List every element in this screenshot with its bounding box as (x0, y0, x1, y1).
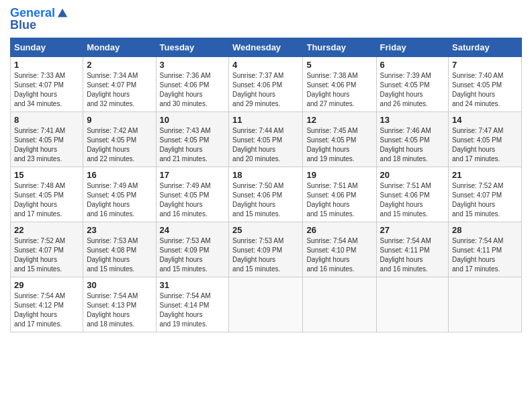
calendar-cell: 25 Sunrise: 7:53 AMSunset: 4:09 PMDaylig… (229, 222, 303, 277)
day-info: Sunrise: 7:42 AMSunset: 4:05 PMDaylight … (87, 127, 138, 163)
calendar-cell: 19 Sunrise: 7:51 AMSunset: 4:06 PMDaylig… (303, 167, 376, 222)
day-info: Sunrise: 7:48 AMSunset: 4:05 PMDaylight … (14, 182, 65, 218)
day-info: Sunrise: 7:52 AMSunset: 4:07 PMDaylight … (452, 182, 503, 218)
day-number: 18 (232, 170, 299, 180)
header-friday: Friday (376, 38, 448, 56)
calendar-cell: 21 Sunrise: 7:52 AMSunset: 4:07 PMDaylig… (449, 167, 522, 222)
day-number: 4 (232, 60, 299, 70)
day-info: Sunrise: 7:50 AMSunset: 4:06 PMDaylight … (232, 182, 283, 218)
day-info: Sunrise: 7:53 AMSunset: 4:08 PMDaylight … (87, 237, 138, 273)
day-info: Sunrise: 7:46 AMSunset: 4:05 PMDaylight … (380, 127, 431, 163)
day-number: 5 (306, 60, 372, 70)
day-number: 6 (380, 60, 445, 70)
logo-icon (56, 7, 69, 19)
day-info: Sunrise: 7:43 AMSunset: 4:05 PMDaylight … (160, 127, 211, 163)
day-info: Sunrise: 7:36 AMSunset: 4:06 PMDaylight … (160, 72, 211, 107)
day-number: 15 (14, 170, 79, 180)
header-saturday: Saturday (449, 38, 522, 56)
calendar-cell: 1 Sunrise: 7:33 AMSunset: 4:07 PMDayligh… (11, 56, 83, 111)
calendar-cell: 27 Sunrise: 7:54 AMSunset: 4:11 PMDaylig… (376, 222, 448, 277)
calendar-cell: 23 Sunrise: 7:53 AMSunset: 4:08 PMDaylig… (83, 222, 156, 277)
calendar-cell: 20 Sunrise: 7:51 AMSunset: 4:06 PMDaylig… (376, 167, 448, 222)
day-info: Sunrise: 7:51 AMSunset: 4:06 PMDaylight … (306, 182, 357, 218)
day-number: 17 (160, 170, 226, 180)
day-number: 22 (14, 225, 79, 235)
day-info: Sunrise: 7:54 AMSunset: 4:11 PMDaylight … (452, 237, 503, 273)
day-number: 23 (87, 225, 152, 235)
day-info: Sunrise: 7:53 AMSunset: 4:09 PMDaylight … (232, 237, 283, 273)
calendar-cell: 7 Sunrise: 7:40 AMSunset: 4:05 PMDayligh… (449, 56, 522, 111)
calendar-cell: 22 Sunrise: 7:52 AMSunset: 4:07 PMDaylig… (11, 222, 83, 277)
day-info: Sunrise: 7:39 AMSunset: 4:05 PMDaylight … (380, 72, 431, 107)
day-info: Sunrise: 7:49 AMSunset: 4:05 PMDaylight … (160, 182, 211, 218)
calendar-cell (303, 277, 376, 332)
calendar-cell: 16 Sunrise: 7:49 AMSunset: 4:05 PMDaylig… (83, 167, 156, 222)
logo: General Blue (10, 7, 69, 32)
day-info: Sunrise: 7:54 AMSunset: 4:14 PMDaylight … (160, 292, 211, 328)
header-tuesday: Tuesday (156, 38, 229, 56)
day-number: 29 (14, 280, 79, 290)
day-number: 2 (87, 60, 152, 70)
day-number: 20 (380, 170, 445, 180)
header: General Blue (10, 7, 522, 32)
calendar-cell: 24 Sunrise: 7:53 AMSunset: 4:09 PMDaylig… (156, 222, 229, 277)
day-info: Sunrise: 7:41 AMSunset: 4:05 PMDaylight … (14, 127, 65, 163)
calendar-cell: 26 Sunrise: 7:54 AMSunset: 4:10 PMDaylig… (303, 222, 376, 277)
day-number: 25 (232, 225, 299, 235)
header-thursday: Thursday (303, 38, 376, 56)
calendar-cell: 6 Sunrise: 7:39 AMSunset: 4:05 PMDayligh… (376, 56, 448, 111)
day-info: Sunrise: 7:37 AMSunset: 4:06 PMDaylight … (232, 72, 283, 107)
calendar-cell: 15 Sunrise: 7:48 AMSunset: 4:05 PMDaylig… (11, 167, 83, 222)
day-info: Sunrise: 7:52 AMSunset: 4:07 PMDaylight … (14, 237, 65, 273)
calendar-cell: 4 Sunrise: 7:37 AMSunset: 4:06 PMDayligh… (229, 56, 303, 111)
day-info: Sunrise: 7:47 AMSunset: 4:05 PMDaylight … (452, 127, 503, 163)
calendar-cell: 9 Sunrise: 7:42 AMSunset: 4:05 PMDayligh… (83, 111, 156, 167)
calendar-cell (449, 277, 522, 332)
svg-marker-0 (58, 9, 67, 17)
calendar-cell: 8 Sunrise: 7:41 AMSunset: 4:05 PMDayligh… (11, 111, 83, 167)
day-info: Sunrise: 7:54 AMSunset: 4:13 PMDaylight … (87, 292, 138, 328)
day-number: 3 (160, 60, 226, 70)
calendar-cell: 12 Sunrise: 7:45 AMSunset: 4:05 PMDaylig… (303, 111, 376, 167)
day-number: 9 (87, 115, 152, 125)
calendar-cell: 11 Sunrise: 7:44 AMSunset: 4:05 PMDaylig… (229, 111, 303, 167)
day-info: Sunrise: 7:53 AMSunset: 4:09 PMDaylight … (160, 237, 211, 273)
calendar-cell: 14 Sunrise: 7:47 AMSunset: 4:05 PMDaylig… (449, 111, 522, 167)
day-number: 13 (380, 115, 445, 125)
day-number: 8 (14, 115, 79, 125)
day-number: 31 (160, 280, 226, 290)
calendar-cell (229, 277, 303, 332)
day-number: 7 (452, 60, 518, 70)
logo-subtext: Blue (10, 19, 36, 32)
calendar-cell: 29 Sunrise: 7:54 AMSunset: 4:12 PMDaylig… (11, 277, 83, 332)
header-sunday: Sunday (11, 38, 83, 56)
calendar-week-row: 22 Sunrise: 7:52 AMSunset: 4:07 PMDaylig… (11, 222, 522, 277)
day-number: 11 (232, 115, 299, 125)
day-info: Sunrise: 7:45 AMSunset: 4:05 PMDaylight … (306, 127, 357, 163)
calendar-cell (376, 277, 448, 332)
day-number: 1 (14, 60, 79, 70)
calendar-table: Sunday Monday Tuesday Wednesday Thursday… (10, 38, 522, 332)
day-info: Sunrise: 7:40 AMSunset: 4:05 PMDaylight … (452, 72, 503, 107)
day-number: 16 (87, 170, 152, 180)
calendar-cell: 31 Sunrise: 7:54 AMSunset: 4:14 PMDaylig… (156, 277, 229, 332)
day-info: Sunrise: 7:33 AMSunset: 4:07 PMDaylight … (14, 72, 65, 107)
day-number: 21 (452, 170, 518, 180)
day-info: Sunrise: 7:49 AMSunset: 4:05 PMDaylight … (87, 182, 138, 218)
calendar-cell: 18 Sunrise: 7:50 AMSunset: 4:06 PMDaylig… (229, 167, 303, 222)
day-info: Sunrise: 7:54 AMSunset: 4:12 PMDaylight … (14, 292, 65, 328)
calendar-cell: 13 Sunrise: 7:46 AMSunset: 4:05 PMDaylig… (376, 111, 448, 167)
day-number: 19 (306, 170, 372, 180)
calendar-cell: 2 Sunrise: 7:34 AMSunset: 4:07 PMDayligh… (83, 56, 156, 111)
day-number: 14 (452, 115, 518, 125)
calendar-week-row: 1 Sunrise: 7:33 AMSunset: 4:07 PMDayligh… (11, 56, 522, 111)
header-wednesday: Wednesday (229, 38, 303, 56)
calendar-cell: 3 Sunrise: 7:36 AMSunset: 4:06 PMDayligh… (156, 56, 229, 111)
day-number: 27 (380, 225, 445, 235)
calendar-cell: 17 Sunrise: 7:49 AMSunset: 4:05 PMDaylig… (156, 167, 229, 222)
day-info: Sunrise: 7:38 AMSunset: 4:06 PMDaylight … (306, 72, 357, 107)
calendar-cell: 30 Sunrise: 7:54 AMSunset: 4:13 PMDaylig… (83, 277, 156, 332)
calendar-week-row: 29 Sunrise: 7:54 AMSunset: 4:12 PMDaylig… (11, 277, 522, 332)
calendar-week-row: 15 Sunrise: 7:48 AMSunset: 4:05 PMDaylig… (11, 167, 522, 222)
calendar-cell: 28 Sunrise: 7:54 AMSunset: 4:11 PMDaylig… (449, 222, 522, 277)
